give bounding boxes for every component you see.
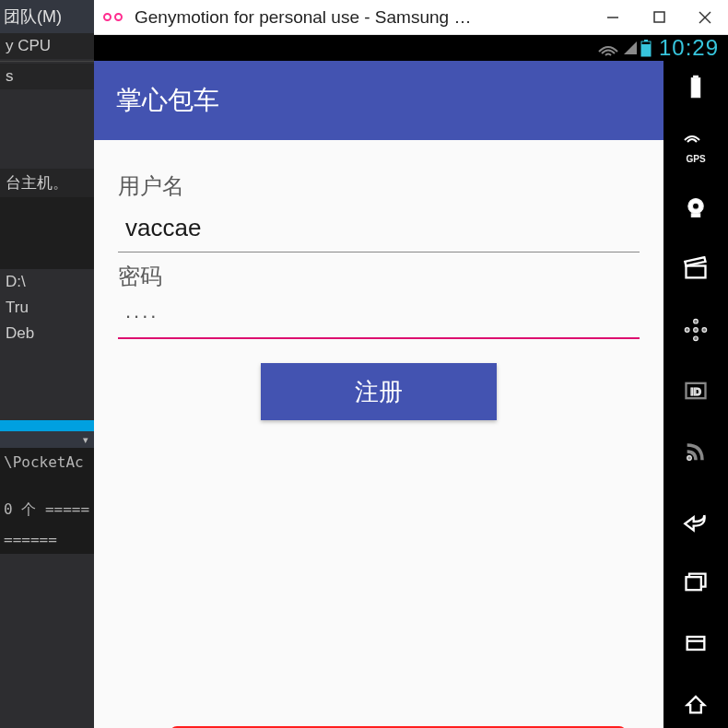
app-bar: 掌心包车 bbox=[94, 61, 663, 140]
svg-rect-11 bbox=[691, 214, 699, 217]
signal-icon bbox=[622, 40, 639, 56]
wifi-icon bbox=[596, 39, 620, 57]
svg-rect-12 bbox=[687, 266, 706, 278]
android-recents-button[interactable] bbox=[679, 566, 712, 599]
status-clock: 10:29 bbox=[659, 35, 719, 61]
geny-camera-button[interactable] bbox=[679, 192, 712, 225]
svg-rect-22 bbox=[687, 637, 705, 650]
menu-icon bbox=[683, 630, 709, 656]
geny-capture-button[interactable] bbox=[679, 252, 712, 286]
ide-output-equals: ====== bbox=[0, 525, 94, 554]
ide-cpu-line: y CPU bbox=[0, 33, 94, 59]
geny-remote-button[interactable] bbox=[679, 313, 712, 346]
window-maximize-button[interactable] bbox=[636, 0, 682, 35]
ide-output-pocket: \PocketAc bbox=[0, 448, 94, 476]
svg-rect-1 bbox=[654, 12, 664, 22]
svg-point-10 bbox=[693, 203, 699, 209]
recents-icon bbox=[683, 569, 709, 595]
register-button[interactable]: 注册 bbox=[261, 363, 497, 420]
rss-icon bbox=[683, 439, 709, 464]
dropdown-chevron-icon[interactable]: ▾ bbox=[83, 434, 88, 446]
ide-deb-line: Deb bbox=[0, 321, 94, 346]
genymotion-toolbar: GPS ID bbox=[663, 61, 728, 728]
dpad-icon bbox=[683, 317, 709, 343]
close-icon bbox=[699, 11, 711, 24]
android-home-button[interactable] bbox=[679, 687, 712, 721]
svg-point-15 bbox=[694, 336, 699, 341]
svg-text:ID: ID bbox=[690, 385, 701, 397]
svg-point-13 bbox=[694, 328, 699, 333]
svg-point-16 bbox=[685, 328, 689, 333]
geny-network-button[interactable] bbox=[679, 435, 712, 468]
id-icon: ID bbox=[683, 378, 709, 404]
back-icon bbox=[683, 509, 709, 534]
window-minimize-button[interactable] bbox=[590, 0, 636, 35]
clapper-icon bbox=[683, 256, 709, 282]
ide-output-count: 0 个 ===== bbox=[0, 495, 94, 525]
geny-battery-button[interactable] bbox=[679, 70, 712, 103]
window-titlebar: Genymotion for personal use - Samsung … bbox=[94, 0, 728, 35]
battery-icon bbox=[640, 39, 652, 57]
android-menu-button[interactable] bbox=[679, 627, 712, 660]
svg-point-20 bbox=[687, 456, 692, 461]
ide-menu-team[interactable]: 团队(M) bbox=[0, 0, 94, 33]
minimize-icon bbox=[606, 11, 619, 24]
username-label: 用户名 bbox=[118, 171, 640, 201]
maximize-icon bbox=[653, 11, 665, 23]
android-status-bar: 10:29 bbox=[94, 35, 728, 61]
ide-background: 团队(M) y CPU s 台主机。 D:\ Tru Deb ▾ \Pocket… bbox=[0, 0, 94, 728]
home-icon bbox=[683, 691, 709, 717]
app-title: 掌心包车 bbox=[116, 83, 219, 118]
password-label: 密码 bbox=[118, 262, 640, 291]
svg-rect-21 bbox=[687, 577, 701, 590]
webcam-icon bbox=[683, 195, 709, 221]
username-input[interactable] bbox=[118, 214, 640, 252]
svg-rect-7 bbox=[691, 78, 699, 98]
battery-icon bbox=[683, 74, 709, 100]
svg-rect-6 bbox=[644, 40, 648, 41]
ide-cyan-bar bbox=[0, 420, 94, 431]
geny-gps-button[interactable]: GPS bbox=[679, 131, 712, 164]
svg-point-17 bbox=[702, 328, 707, 333]
genymotion-logo-icon bbox=[103, 11, 127, 24]
gps-icon bbox=[683, 131, 709, 154]
genymotion-window: Genymotion for personal use - Samsung … … bbox=[94, 0, 728, 728]
android-back-button[interactable] bbox=[679, 505, 712, 538]
app-screen: 掌心包车 用户名 密码 注册 注册失败,通讯签名不正确 bbox=[94, 61, 663, 728]
ide-true-line: Tru bbox=[0, 295, 94, 321]
geny-id-button[interactable]: ID bbox=[679, 374, 712, 407]
svg-rect-8 bbox=[694, 76, 699, 77]
svg-rect-5 bbox=[641, 44, 651, 56]
ide-host-note: 台主机。 bbox=[0, 169, 94, 197]
password-input[interactable] bbox=[118, 304, 640, 339]
svg-point-14 bbox=[694, 319, 699, 323]
ide-path-d: D:\ bbox=[0, 269, 94, 295]
window-title: Genymotion for personal use - Samsung … bbox=[135, 7, 590, 28]
window-close-button[interactable] bbox=[682, 0, 728, 35]
ide-s-line: s bbox=[0, 64, 94, 89]
